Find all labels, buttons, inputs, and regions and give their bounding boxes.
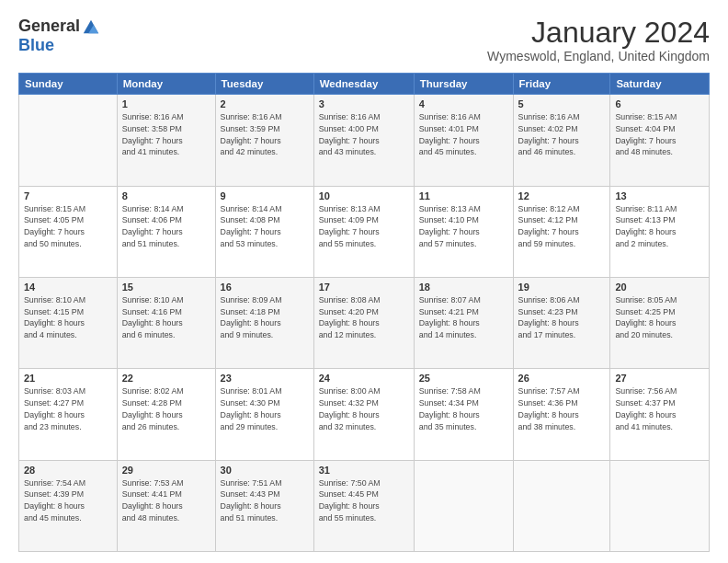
day-number: 8	[122, 190, 210, 201]
calendar-cell	[19, 95, 118, 186]
day-number: 6	[615, 98, 704, 109]
week-row-5: 28Sunrise: 7:54 AM Sunset: 4:39 PM Dayli…	[19, 460, 710, 551]
day-number: 5	[518, 98, 606, 109]
day-number: 10	[319, 190, 409, 201]
calendar-cell: 9Sunrise: 8:14 AM Sunset: 4:08 PM Daylig…	[215, 186, 313, 277]
logo-blue-text: Blue	[18, 36, 54, 55]
day-number: 16	[221, 282, 309, 293]
day-number: 18	[419, 282, 508, 293]
calendar-cell: 8Sunrise: 8:14 AM Sunset: 4:06 PM Daylig…	[117, 186, 215, 277]
day-info: Sunrise: 8:15 AM Sunset: 4:04 PM Dayligh…	[615, 111, 704, 158]
day-info: Sunrise: 7:56 AM Sunset: 4:37 PM Dayligh…	[615, 385, 704, 432]
day-info: Sunrise: 7:57 AM Sunset: 4:36 PM Dayligh…	[518, 385, 606, 432]
day-number: 31	[319, 465, 409, 476]
week-row-4: 21Sunrise: 8:03 AM Sunset: 4:27 PM Dayli…	[19, 369, 710, 460]
day-number: 13	[615, 190, 704, 201]
calendar-cell: 31Sunrise: 7:50 AM Sunset: 4:45 PM Dayli…	[313, 460, 414, 551]
calendar-cell: 17Sunrise: 8:08 AM Sunset: 4:20 PM Dayli…	[313, 277, 414, 368]
day-info: Sunrise: 8:03 AM Sunset: 4:27 PM Dayligh…	[24, 385, 112, 432]
day-number: 9	[221, 190, 309, 201]
day-info: Sunrise: 8:15 AM Sunset: 4:05 PM Dayligh…	[24, 203, 112, 250]
day-number: 11	[419, 190, 508, 201]
calendar-cell: 21Sunrise: 8:03 AM Sunset: 4:27 PM Dayli…	[19, 369, 118, 460]
day-info: Sunrise: 8:14 AM Sunset: 4:08 PM Dayligh…	[221, 203, 309, 250]
day-number: 19	[518, 282, 606, 293]
calendar-cell	[513, 460, 610, 551]
day-number: 26	[518, 373, 606, 384]
title-block: January 2024 Wymeswold, England, United …	[487, 17, 710, 63]
day-info: Sunrise: 7:50 AM Sunset: 4:45 PM Dayligh…	[319, 477, 409, 524]
calendar-cell: 20Sunrise: 8:05 AM Sunset: 4:25 PM Dayli…	[610, 277, 710, 368]
logo-icon	[82, 17, 100, 36]
day-info: Sunrise: 8:05 AM Sunset: 4:25 PM Dayligh…	[615, 294, 704, 341]
day-info: Sunrise: 8:16 AM Sunset: 4:00 PM Dayligh…	[319, 111, 409, 158]
calendar-cell: 7Sunrise: 8:15 AM Sunset: 4:05 PM Daylig…	[19, 186, 118, 277]
day-info: Sunrise: 7:58 AM Sunset: 4:34 PM Dayligh…	[419, 385, 508, 432]
day-number: 24	[319, 373, 409, 384]
calendar-cell: 3Sunrise: 8:16 AM Sunset: 4:00 PM Daylig…	[313, 95, 414, 186]
calendar-cell: 2Sunrise: 8:16 AM Sunset: 3:59 PM Daylig…	[215, 95, 313, 186]
calendar-cell: 29Sunrise: 7:53 AM Sunset: 4:41 PM Dayli…	[117, 460, 215, 551]
calendar-cell: 25Sunrise: 7:58 AM Sunset: 4:34 PM Dayli…	[414, 369, 513, 460]
calendar-cell: 24Sunrise: 8:00 AM Sunset: 4:32 PM Dayli…	[313, 369, 414, 460]
day-number: 28	[24, 465, 112, 476]
calendar-cell: 28Sunrise: 7:54 AM Sunset: 4:39 PM Dayli…	[19, 460, 118, 551]
day-number: 30	[221, 465, 309, 476]
day-info: Sunrise: 8:00 AM Sunset: 4:32 PM Dayligh…	[319, 385, 409, 432]
week-row-2: 7Sunrise: 8:15 AM Sunset: 4:05 PM Daylig…	[19, 186, 710, 277]
day-info: Sunrise: 8:12 AM Sunset: 4:12 PM Dayligh…	[518, 203, 606, 250]
day-info: Sunrise: 8:13 AM Sunset: 4:10 PM Dayligh…	[419, 203, 508, 250]
col-friday: Friday	[513, 74, 610, 95]
day-info: Sunrise: 8:01 AM Sunset: 4:30 PM Dayligh…	[221, 385, 309, 432]
day-number: 25	[419, 373, 508, 384]
calendar-cell	[610, 460, 710, 551]
day-info: Sunrise: 8:16 AM Sunset: 4:01 PM Dayligh…	[419, 111, 508, 158]
col-monday: Monday	[117, 74, 215, 95]
day-info: Sunrise: 8:10 AM Sunset: 4:15 PM Dayligh…	[24, 294, 112, 341]
day-info: Sunrise: 8:14 AM Sunset: 4:06 PM Dayligh…	[122, 203, 210, 250]
month-title: January 2024	[487, 17, 710, 49]
calendar-cell: 10Sunrise: 8:13 AM Sunset: 4:09 PM Dayli…	[313, 186, 414, 277]
calendar-cell: 22Sunrise: 8:02 AM Sunset: 4:28 PM Dayli…	[117, 369, 215, 460]
calendar-cell: 19Sunrise: 8:06 AM Sunset: 4:23 PM Dayli…	[513, 277, 610, 368]
calendar-cell: 23Sunrise: 8:01 AM Sunset: 4:30 PM Dayli…	[215, 369, 313, 460]
day-info: Sunrise: 8:13 AM Sunset: 4:09 PM Dayligh…	[319, 203, 409, 250]
calendar-page: General Blue January 2024 Wymeswold, Eng…	[0, 0, 728, 563]
location: Wymeswold, England, United Kingdom	[487, 49, 710, 63]
day-info: Sunrise: 7:53 AM Sunset: 4:41 PM Dayligh…	[122, 477, 210, 524]
day-number: 12	[518, 190, 606, 201]
day-info: Sunrise: 8:16 AM Sunset: 4:02 PM Dayligh…	[518, 111, 606, 158]
calendar-cell: 11Sunrise: 8:13 AM Sunset: 4:10 PM Dayli…	[414, 186, 513, 277]
day-number: 1	[122, 98, 210, 109]
day-info: Sunrise: 8:16 AM Sunset: 3:58 PM Dayligh…	[122, 111, 210, 158]
day-number: 23	[221, 373, 309, 384]
day-number: 3	[319, 98, 409, 109]
calendar-cell	[414, 460, 513, 551]
calendar-cell: 1Sunrise: 8:16 AM Sunset: 3:58 PM Daylig…	[117, 95, 215, 186]
col-sunday: Sunday	[19, 74, 118, 95]
day-number: 17	[319, 282, 409, 293]
week-row-3: 14Sunrise: 8:10 AM Sunset: 4:15 PM Dayli…	[19, 277, 710, 368]
calendar-table: Sunday Monday Tuesday Wednesday Thursday…	[18, 73, 710, 552]
day-number: 21	[24, 373, 112, 384]
calendar-cell: 30Sunrise: 7:51 AM Sunset: 4:43 PM Dayli…	[215, 460, 313, 551]
day-info: Sunrise: 8:10 AM Sunset: 4:16 PM Dayligh…	[122, 294, 210, 341]
calendar-cell: 13Sunrise: 8:11 AM Sunset: 4:13 PM Dayli…	[610, 186, 710, 277]
col-thursday: Thursday	[414, 74, 513, 95]
day-number: 7	[24, 190, 112, 201]
col-saturday: Saturday	[610, 74, 710, 95]
logo-general-text: General	[18, 17, 80, 36]
day-info: Sunrise: 8:16 AM Sunset: 3:59 PM Dayligh…	[221, 111, 309, 158]
calendar-cell: 26Sunrise: 7:57 AM Sunset: 4:36 PM Dayli…	[513, 369, 610, 460]
day-info: Sunrise: 7:51 AM Sunset: 4:43 PM Dayligh…	[221, 477, 309, 524]
day-number: 27	[615, 373, 704, 384]
calendar-cell: 15Sunrise: 8:10 AM Sunset: 4:16 PM Dayli…	[117, 277, 215, 368]
header: General Blue January 2024 Wymeswold, Eng…	[18, 17, 710, 63]
day-info: Sunrise: 8:09 AM Sunset: 4:18 PM Dayligh…	[221, 294, 309, 341]
day-number: 22	[122, 373, 210, 384]
day-number: 14	[24, 282, 112, 293]
calendar-cell: 6Sunrise: 8:15 AM Sunset: 4:04 PM Daylig…	[610, 95, 710, 186]
day-number: 2	[221, 98, 309, 109]
calendar-cell: 4Sunrise: 8:16 AM Sunset: 4:01 PM Daylig…	[414, 95, 513, 186]
calendar-cell: 27Sunrise: 7:56 AM Sunset: 4:37 PM Dayli…	[610, 369, 710, 460]
